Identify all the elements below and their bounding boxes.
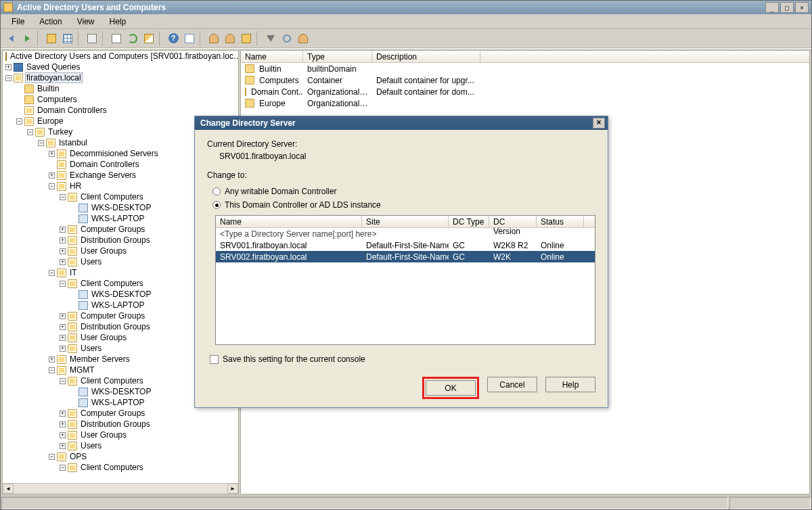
list-row[interactable]: Domain Cont...Organizational ...Default … [241,86,809,97]
forward-button[interactable] [20,31,35,46]
up-button[interactable] [44,31,59,46]
folder-icon [24,85,34,93]
col-type[interactable]: Type [303,51,372,62]
pc-icon [78,301,88,310]
dc-col-status[interactable]: Status [537,216,584,227]
back-button[interactable] [3,31,18,46]
close-button[interactable]: × [795,2,809,13]
tree-mgmt-users[interactable]: +Users [3,440,238,451]
save-setting-checkbox[interactable]: Save this setting for the current consol… [210,354,595,364]
expander-icon[interactable]: − [49,454,55,460]
expander-icon[interactable]: + [60,227,66,233]
tree-ops-clients[interactable]: −Client Computers [3,462,238,473]
tree-root[interactable]: Active Directory Users and Computers [SR… [3,51,238,62]
radio-icon [212,201,221,209]
col-name[interactable]: Name [241,51,303,62]
tree-domain-controllers[interactable]: Domain Controllers [3,105,238,116]
properties-button[interactable] [109,31,124,46]
menu-view[interactable]: View [70,16,102,28]
expander-icon[interactable]: + [60,432,66,438]
refresh-button[interactable] [125,31,140,46]
dc-cell-name: SRV002.firatboyan.local [216,252,362,262]
scroll-right-button[interactable]: ► [227,484,238,494]
expander-icon[interactable]: + [49,172,55,179]
new-ou-button[interactable] [239,31,254,46]
tree-mgmt-compgroups[interactable]: +Computer Groups [3,408,238,419]
calendar-button[interactable] [182,31,197,46]
cut-button[interactable] [85,31,99,46]
new-user-button[interactable] [206,31,221,46]
expander-icon[interactable]: − [16,118,22,124]
dc-type-here-row[interactable]: <Type a Directory Server name[:port] her… [216,228,595,239]
expander-icon[interactable]: + [60,248,66,254]
tree-label: Users [79,441,103,450]
tree-computers[interactable]: Computers [3,94,238,105]
expander-icon[interactable]: − [60,465,66,471]
dc-col-name[interactable]: Name [216,216,362,227]
list-row[interactable]: ComputersContainerDefault container for … [241,74,809,86]
cancel-button[interactable]: Cancel [487,377,537,392]
menu-file[interactable]: File [5,16,31,28]
tree-saved-queries[interactable]: +Saved Queries [3,62,238,72]
tree-hscrollbar[interactable]: ◄ ► [3,483,238,494]
dialog-close-button[interactable]: × [593,118,605,129]
menu-action[interactable]: Action [32,16,68,28]
list-row[interactable]: EuropeOrganizational ... [241,97,809,109]
ok-button[interactable]: OK [426,380,476,396]
expander-icon[interactable]: + [60,335,66,341]
add-criteria-button[interactable] [296,31,311,46]
expander-icon[interactable]: + [49,356,55,363]
expander-icon[interactable]: − [27,129,33,135]
tree-builtin[interactable]: Builtin [3,83,238,94]
new-group-button[interactable] [223,31,238,46]
expander-icon[interactable]: + [60,411,66,417]
expander-icon[interactable]: − [38,140,44,146]
toolbar-separator [159,31,163,46]
expander-icon[interactable]: + [49,151,55,157]
minimize-button[interactable]: _ [765,2,779,13]
tree-ops[interactable]: −OPS [3,451,238,462]
app-icon [3,3,13,12]
dc-row[interactable]: SRV002.firatboyan.localDefault-First-Sit… [216,251,595,262]
dc-list[interactable]: Name Site DC Type DC Version Status <Typ… [215,215,595,345]
dc-row[interactable]: SRV001.firatboyan.localDefault-First-Sit… [216,239,595,251]
expander-icon[interactable]: + [5,64,12,70]
scroll-left-button[interactable]: ◄ [3,484,14,494]
expander-icon[interactable]: + [60,346,66,352]
expander-icon[interactable]: + [60,237,66,244]
filter-button[interactable] [263,31,278,46]
expander-icon[interactable]: − [60,194,66,200]
expander-icon[interactable]: + [60,313,66,319]
help-button[interactable]: Help [545,377,595,392]
dc-col-site[interactable]: Site [362,216,449,227]
expander-icon[interactable]: + [60,443,66,449]
tree-mgmt-distgroups[interactable]: +Distribution Groups [3,419,238,430]
list-row[interactable]: BuiltinbuiltinDomain [241,63,809,74]
expander-icon[interactable]: − [49,270,55,276]
radio-any-writable[interactable]: Any writable Domain Controller [212,187,595,196]
detail-view-button[interactable] [60,31,75,46]
expander-icon[interactable]: − [60,378,66,384]
change-to-label: Change to: [207,170,595,180]
expander-icon[interactable]: − [60,281,66,287]
menu-help[interactable]: Help [103,16,133,28]
maximize-button[interactable]: □ [780,2,794,13]
expander-icon[interactable]: − [49,367,55,373]
export-button[interactable] [141,31,156,46]
scroll-track[interactable] [14,484,227,494]
dc-col-dcversion[interactable]: DC Version [489,216,537,227]
expander-icon[interactable]: + [60,324,66,330]
tree-mgmt-usergroups[interactable]: +User Groups [3,430,238,440]
expander-icon[interactable]: + [60,259,66,265]
help-button[interactable]: ? [166,31,181,46]
find-button[interactable] [279,31,294,46]
expander-icon[interactable]: + [60,421,66,427]
tree-domain[interactable]: −firatboyan.local [3,72,238,83]
expander-icon[interactable]: − [49,183,55,189]
tree-label: Exchange Servers [68,170,137,180]
dc-col-dctype[interactable]: DC Type [449,216,489,227]
tree-label: Client Computers [79,192,145,202]
expander-icon[interactable]: − [5,75,12,81]
col-description[interactable]: Description [372,51,480,62]
radio-this-dc[interactable]: This Domain Controller or AD LDS instanc… [212,200,595,210]
